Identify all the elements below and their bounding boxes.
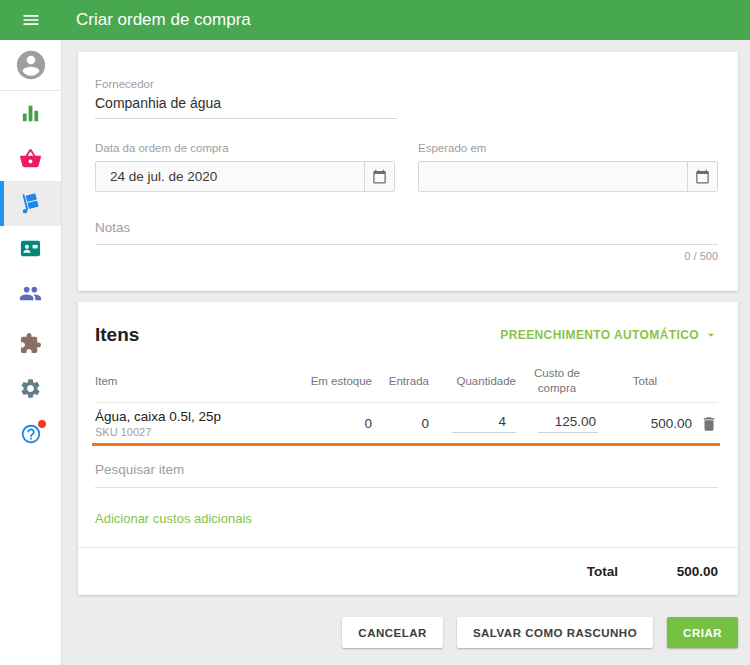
item-name: Água, caixa 0.5l, 25p (95, 409, 300, 424)
item-row: Água, caixa 0.5l, 25p SKU 10027 0 0 500.… (95, 402, 718, 443)
order-date-calendar-button[interactable] (364, 162, 394, 191)
sidebar-item-apps[interactable] (0, 321, 61, 366)
sidebar-item-purchase-orders[interactable] (0, 181, 61, 226)
sidebar-item-customers[interactable] (0, 226, 61, 271)
notes-input[interactable] (95, 218, 718, 245)
items-title: Itens (95, 324, 139, 346)
menu-icon[interactable] (0, 10, 62, 30)
expected-date-label: Esperado em (418, 142, 718, 154)
item-total: 500.00 (598, 416, 692, 431)
column-item: Item (95, 375, 300, 387)
sidebar (0, 40, 62, 665)
autofill-button[interactable]: PREENCHIMENTO AUTOMÁTICO (500, 328, 718, 342)
item-in-stock: 0 (300, 416, 372, 431)
sidebar-item-settings[interactable] (0, 366, 61, 411)
sidebar-item-account[interactable] (0, 40, 61, 91)
account-icon (14, 48, 48, 82)
trash-icon (700, 415, 718, 433)
sidebar-item-reports[interactable] (0, 91, 61, 136)
sidebar-item-items[interactable] (0, 136, 61, 181)
employees-icon (19, 282, 42, 305)
calendar-icon (372, 169, 387, 184)
notification-dot (38, 420, 46, 428)
column-incoming: Entrada (372, 375, 429, 387)
order-details-card: Fornecedor Data da ordem de compra 24 de… (78, 52, 738, 291)
apps-icon (19, 332, 42, 355)
search-item-input[interactable] (95, 460, 718, 488)
sidebar-item-employees[interactable] (0, 271, 61, 316)
column-quantity: Quantidade (429, 375, 516, 387)
create-button[interactable]: CRIAR (667, 617, 738, 648)
order-date-value[interactable]: 24 de jul. de 2020 (96, 162, 364, 191)
supplier-label: Fornecedor (95, 78, 397, 90)
order-total-value: 500.00 (618, 564, 718, 579)
expected-date-value[interactable] (419, 162, 687, 191)
item-sku: SKU 10027 (95, 426, 300, 438)
expected-date-field[interactable] (418, 161, 718, 192)
order-date-label: Data da ordem de compra (95, 142, 395, 154)
calendar-icon (695, 169, 710, 184)
notes-counter: 0 / 500 (95, 250, 718, 262)
item-incoming: 0 (372, 416, 429, 431)
purchase-orders-icon (19, 192, 42, 215)
footer-actions: CANCELAR SALVAR COMO RASCUNHO CRIAR (78, 617, 738, 648)
items-card: Itens PREENCHIMENTO AUTOMÁTICO Item Em e… (78, 302, 738, 595)
item-quantity-input[interactable] (452, 414, 516, 433)
delete-item-button[interactable] (700, 415, 718, 433)
appbar: Criar ordem de compra (0, 0, 750, 40)
order-total-label: Total (587, 564, 618, 579)
save-draft-button[interactable]: SALVAR COMO RASCUNHO (457, 617, 653, 648)
settings-icon (19, 377, 42, 400)
customers-icon (19, 237, 42, 260)
order-date-field[interactable]: 24 de jul. de 2020 (95, 161, 395, 192)
item-cost-input[interactable] (538, 414, 598, 433)
items-table-header: Item Em estoque Entrada Quantidade Custo… (95, 360, 718, 402)
reports-icon (19, 102, 42, 125)
chevron-down-icon (704, 328, 718, 342)
add-additional-costs-link[interactable]: Adicionar custos adicionais (95, 511, 252, 526)
sidebar-item-help[interactable] (0, 411, 61, 456)
column-cost: Custo de compra (516, 366, 598, 396)
main-content: Fornecedor Data da ordem de compra 24 de… (62, 0, 750, 648)
column-total: Total (598, 374, 692, 389)
cancel-button[interactable]: CANCELAR (342, 617, 443, 648)
supplier-input[interactable] (95, 90, 397, 119)
expected-date-calendar-button[interactable] (687, 162, 717, 191)
items-basket-icon (19, 147, 42, 170)
page-title: Criar ordem de compra (76, 10, 251, 30)
column-in-stock: Em estoque (300, 375, 372, 387)
